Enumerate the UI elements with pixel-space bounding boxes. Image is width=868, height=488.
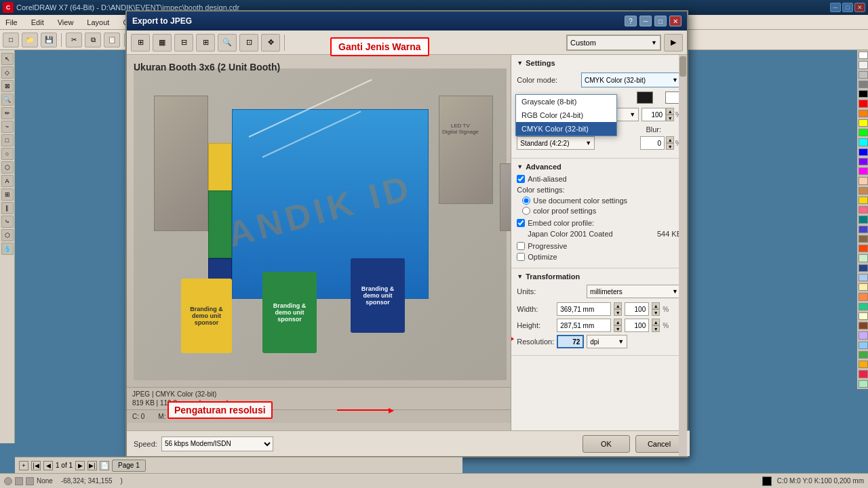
color-emerald[interactable]	[859, 303, 868, 310]
ellipse-tool[interactable]: ○	[1, 148, 14, 160]
page-last-btn[interactable]: ▶|	[87, 461, 97, 470]
quality-value-input[interactable]	[642, 108, 666, 121]
color-swatch[interactable]	[637, 92, 653, 104]
toolbar-open[interactable]: 📁	[22, 33, 38, 47]
height-down-btn[interactable]: ▼	[614, 325, 622, 332]
color-gold[interactable]	[859, 197, 868, 204]
zoom-tool[interactable]: 🔍	[1, 94, 14, 106]
embed-color-checkbox[interactable]	[517, 219, 525, 227]
settings-header[interactable]: ▼ Settings	[517, 59, 682, 67]
quality-up-btn[interactable]: ▲	[666, 108, 674, 115]
color-blue[interactable]	[859, 148, 868, 156]
quality-down-btn[interactable]: ▼	[666, 115, 674, 121]
blur-down-btn[interactable]: ▼	[666, 143, 674, 150]
polygon-tool[interactable]: ⬡	[1, 161, 14, 174]
dialog-view-btn4[interactable]: ⊞	[196, 34, 215, 52]
dialog-zoom-fit[interactable]: ⊡	[239, 34, 258, 52]
color-amber[interactable]	[859, 361, 868, 368]
units-dropdown[interactable]: millimeters ▼	[587, 285, 682, 298]
color-gray[interactable]	[859, 71, 868, 79]
color-cream[interactable]	[859, 283, 868, 291]
height-up-btn[interactable]: ▲	[614, 319, 622, 325]
color-lavender[interactable]	[859, 331, 868, 339]
eyedropper-tool[interactable]: 💧	[1, 243, 14, 255]
color-magenta[interactable]	[859, 167, 868, 175]
color-crimson[interactable]	[859, 370, 868, 378]
color-cyan[interactable]	[859, 138, 868, 146]
ok-button[interactable]: OK	[583, 435, 630, 453]
menu-file[interactable]: File	[3, 17, 20, 28]
dialog-view-btn3[interactable]: ⊟	[174, 34, 193, 52]
color-darkgray[interactable]	[859, 81, 868, 88]
page-next-btn[interactable]: ▶	[75, 461, 85, 470]
dialog-pan[interactable]: ✥	[261, 34, 280, 52]
rectangle-tool[interactable]: □	[1, 134, 14, 146]
crop-tool[interactable]: ⊠	[1, 80, 14, 92]
dialog-view-btn2[interactable]: ▦	[153, 34, 172, 52]
dialog-view-btn1[interactable]: ⊞	[131, 34, 150, 52]
dropdown-option-grayscale[interactable]: Grayscale (8-bit)	[516, 95, 616, 108]
width-pct-input[interactable]	[625, 302, 649, 316]
color-lightgray[interactable]	[859, 61, 868, 68]
dialog-maximize-button[interactable]: □	[654, 16, 667, 26]
minimize-button[interactable]: ─	[830, 3, 841, 12]
anti-aliased-checkbox[interactable]	[517, 175, 525, 183]
app-close-button[interactable]: ✕	[854, 3, 865, 12]
preset-more-btn[interactable]: ▶	[664, 34, 683, 52]
color-umber[interactable]	[859, 322, 868, 329]
smart-draw-tool[interactable]: ~	[1, 121, 14, 133]
resolution-unit-dropdown[interactable]: dpi ▼	[587, 335, 627, 348]
subformat-dropdown[interactable]: Standard (4:2:2) ▼	[517, 136, 595, 150]
color-lightyellow[interactable]	[859, 312, 868, 320]
resolution-input[interactable]	[557, 335, 584, 348]
parallel-tool[interactable]: ∥	[1, 202, 14, 214]
freehand-tool[interactable]: ✏	[1, 107, 14, 119]
dialog-help-button[interactable]: ?	[625, 16, 637, 26]
color-pink[interactable]	[859, 206, 868, 214]
color-orange[interactable]	[859, 110, 868, 117]
menu-layout[interactable]: Layout	[84, 17, 112, 28]
select-tool[interactable]: ↖	[1, 53, 14, 65]
menu-edit[interactable]: Edit	[28, 17, 47, 28]
settings-scrollbar[interactable]	[679, 55, 687, 456]
page-tab[interactable]: Page 1	[112, 460, 146, 472]
color-red[interactable]	[859, 100, 868, 107]
use-document-color-radio[interactable]	[522, 197, 530, 205]
color-skyblue[interactable]	[859, 274, 868, 281]
width-pct-down-btn[interactable]: ▼	[652, 309, 660, 316]
color-black[interactable]	[859, 90, 868, 98]
optimize-checkbox[interactable]	[517, 253, 525, 261]
color-teal[interactable]	[859, 216, 868, 223]
toolbar-save[interactable]: 💾	[41, 33, 57, 47]
height-value-input[interactable]	[557, 319, 611, 332]
color-sage[interactable]	[859, 380, 868, 388]
text-tool[interactable]: A	[1, 175, 14, 187]
use-color-proof-radio[interactable]	[522, 207, 530, 215]
menu-view[interactable]: View	[55, 17, 77, 28]
dropdown-option-cmyk[interactable]: CMYK Color (32-bit)	[516, 122, 616, 136]
height-pct-up-btn[interactable]: ▲	[652, 319, 660, 325]
preset-dropdown-bar[interactable]: Custom ▼	[566, 35, 661, 51]
dialog-minimize-button[interactable]: ─	[639, 16, 652, 26]
dialog-close-button[interactable]: ✕	[669, 16, 682, 26]
color-brown[interactable]	[859, 187, 868, 195]
width-down-btn[interactable]: ▼	[614, 309, 622, 316]
maximize-button[interactable]: □	[842, 3, 853, 12]
connector-tool[interactable]: ⤷	[1, 216, 14, 228]
page-first-btn[interactable]: |◀	[31, 461, 41, 470]
table-tool[interactable]: ⊞	[1, 188, 14, 201]
color-lightblue[interactable]	[859, 342, 868, 349]
fill-tool[interactable]: ⬡	[1, 229, 14, 241]
color-coral[interactable]	[859, 293, 868, 300]
color-skin[interactable]	[859, 177, 868, 184]
color-green[interactable]	[859, 129, 868, 136]
progressive-checkbox[interactable]	[517, 242, 525, 250]
speed-dropdown[interactable]: 56 kbps Modem/ISDN ISDN 128 kbps T1 1.44…	[161, 436, 273, 451]
page-add-btn[interactable]: +	[19, 461, 28, 470]
advanced-header[interactable]: ▼ Advanced	[517, 163, 682, 171]
color-navy[interactable]	[859, 264, 868, 272]
height-pct-input[interactable]	[625, 319, 649, 332]
toolbar-copy[interactable]: ⧉	[85, 33, 101, 47]
page-prev-btn[interactable]: ◀	[43, 461, 53, 470]
color-vermilion[interactable]	[859, 245, 868, 252]
